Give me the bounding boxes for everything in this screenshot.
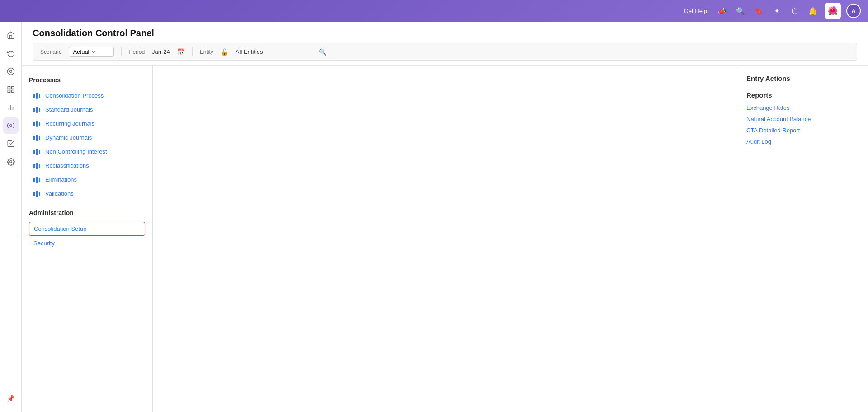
svg-rect-5 bbox=[8, 90, 10, 93]
process-dynamic-journals[interactable]: Dynamic Journals bbox=[29, 131, 145, 144]
process-recurring-journals[interactable]: Recurring Journals bbox=[29, 117, 145, 130]
svg-point-0 bbox=[7, 68, 14, 75]
process-icon bbox=[33, 135, 41, 141]
get-help-link[interactable]: Get Help bbox=[684, 8, 707, 14]
nav-consolidation[interactable] bbox=[3, 117, 19, 134]
bell-icon[interactable]: 🔔 bbox=[807, 5, 819, 17]
nav-grid[interactable] bbox=[3, 81, 19, 98]
nav-reports[interactable] bbox=[3, 99, 19, 116]
process-validations[interactable]: Validations bbox=[29, 187, 145, 200]
chevron-down-icon bbox=[91, 50, 96, 54]
page-title: Consolidation Control Panel bbox=[33, 28, 857, 38]
right-panel-collapse[interactable] bbox=[737, 230, 737, 248]
left-nav: 📌 bbox=[0, 22, 22, 412]
filter-bar: Scenario Actual Period Jan-24 📅 Entity 🔓… bbox=[33, 43, 857, 61]
right-panel: Entry Actions Reports Exchange Rates Nat… bbox=[737, 66, 868, 412]
period-value: Jan-24 bbox=[152, 48, 170, 55]
report-audit-log[interactable]: Audit Log bbox=[746, 138, 859, 145]
nav-pin[interactable]: 📌 bbox=[3, 390, 19, 407]
lock-icon: 🔓 bbox=[221, 48, 228, 56]
left-panel-collapse[interactable] bbox=[152, 230, 153, 248]
nav-target[interactable] bbox=[3, 63, 19, 80]
process-label: Reclassifications bbox=[45, 162, 89, 169]
entry-actions-title: Entry Actions bbox=[746, 75, 859, 82]
svg-point-10 bbox=[9, 161, 12, 163]
nav-settings[interactable] bbox=[3, 154, 19, 170]
admin-security[interactable]: Security bbox=[29, 237, 145, 250]
period-label: Period bbox=[129, 49, 145, 55]
entity-label: Entity bbox=[200, 49, 213, 55]
filter-separator-2 bbox=[192, 47, 193, 56]
svg-point-9 bbox=[9, 125, 12, 127]
entity-input[interactable] bbox=[236, 48, 311, 55]
entity-search-icon[interactable]: 🔍 bbox=[319, 48, 326, 56]
process-consolidation[interactable]: Consolidation Process bbox=[29, 89, 145, 102]
process-label: Non Controlling Interest bbox=[45, 148, 107, 155]
administration-title: Administration bbox=[29, 209, 145, 216]
admin-label: Consolidation Setup bbox=[34, 225, 86, 232]
nav-home[interactable] bbox=[3, 27, 19, 43]
scenario-dropdown[interactable]: Actual bbox=[69, 47, 114, 57]
reports-title: Reports bbox=[746, 91, 859, 99]
process-icon bbox=[33, 93, 41, 99]
report-exchange-rates[interactable]: Exchange Rates bbox=[746, 104, 859, 111]
process-standard-journals[interactable]: Standard Journals bbox=[29, 103, 145, 116]
scenario-label: Scenario bbox=[40, 49, 61, 55]
page-content: Consolidation Control Panel Scenario Act… bbox=[22, 22, 868, 412]
main-wrapper: Consolidation Control Panel Scenario Act… bbox=[22, 22, 868, 412]
svg-rect-4 bbox=[11, 90, 14, 93]
process-label: Dynamic Journals bbox=[45, 134, 92, 141]
svg-rect-3 bbox=[11, 86, 14, 89]
scenario-value: Actual bbox=[73, 48, 89, 55]
process-label: Eliminations bbox=[45, 176, 77, 183]
center-area bbox=[153, 66, 737, 412]
admin-section: Administration Consolidation Setup Secur… bbox=[29, 209, 145, 250]
search-icon[interactable]: 🔍 bbox=[734, 5, 747, 17]
bookmark-icon[interactable]: 🔖 bbox=[752, 5, 765, 17]
process-eliminations[interactable]: Eliminations bbox=[29, 173, 145, 186]
nav-refresh[interactable] bbox=[3, 45, 19, 61]
app-logo: 🌺 bbox=[825, 3, 841, 19]
process-icon bbox=[33, 191, 41, 197]
page-header: Consolidation Control Panel Scenario Act… bbox=[22, 22, 868, 66]
report-natural-account-balance[interactable]: Natural Account Balance bbox=[746, 116, 859, 122]
filter-separator-1 bbox=[121, 47, 122, 56]
nav-tasks[interactable] bbox=[3, 136, 19, 152]
admin-consolidation-setup[interactable]: Consolidation Setup bbox=[29, 222, 145, 236]
process-label: Standard Journals bbox=[45, 106, 93, 113]
processes-title: Processes bbox=[29, 76, 145, 84]
megaphone-icon[interactable]: 📣 bbox=[716, 5, 729, 17]
top-bar: Get Help 📣 🔍 🔖 ✦ ⬡ 🔔 🌺 A bbox=[0, 0, 868, 22]
process-icon bbox=[33, 149, 41, 155]
left-panel: Processes Consolidation Process Standard… bbox=[22, 66, 153, 412]
process-icon bbox=[33, 107, 41, 113]
cube-icon[interactable]: ⬡ bbox=[788, 5, 801, 17]
process-icon bbox=[33, 163, 41, 169]
process-nci[interactable]: Non Controlling Interest bbox=[29, 145, 145, 158]
admin-label: Security bbox=[33, 240, 55, 247]
process-label: Recurring Journals bbox=[45, 120, 94, 127]
user-avatar[interactable]: A bbox=[846, 4, 861, 18]
report-cta-detailed[interactable]: CTA Detailed Report bbox=[746, 127, 859, 134]
svg-point-1 bbox=[9, 70, 12, 73]
process-icon bbox=[33, 177, 41, 183]
body-area: Processes Consolidation Process Standard… bbox=[22, 66, 868, 412]
process-label: Consolidation Process bbox=[45, 92, 104, 99]
process-label: Validations bbox=[45, 190, 74, 197]
process-icon bbox=[33, 121, 41, 127]
svg-rect-2 bbox=[8, 86, 10, 89]
calendar-icon[interactable]: 📅 bbox=[177, 48, 185, 56]
compass-icon[interactable]: ✦ bbox=[770, 5, 783, 17]
process-reclassifications[interactable]: Reclassifications bbox=[29, 159, 145, 172]
